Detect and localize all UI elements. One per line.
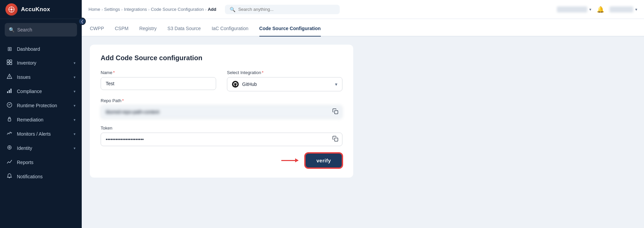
notifications-icon [6, 173, 13, 180]
tab-s3[interactable]: S3 Data Source [168, 26, 201, 37]
chevron-down-icon: ▾ [74, 61, 76, 65]
sidebar-item-remediation[interactable]: Remediation ▾ [0, 113, 82, 127]
name-input[interactable] [101, 77, 216, 90]
chevron-down-icon: ▾ [74, 146, 76, 151]
svg-rect-19 [335, 138, 338, 141]
sidebar-item-label: Notifications [17, 174, 43, 179]
clipboard-icon[interactable] [332, 136, 338, 143]
github-icon [232, 81, 239, 88]
sidebar-search[interactable]: 🔍 Search [5, 23, 77, 37]
search-icon: 🔍 [9, 27, 15, 32]
clipboard-icon[interactable] [332, 108, 338, 116]
header-search[interactable]: 🔍 [225, 5, 340, 14]
svg-rect-12 [7, 91, 8, 93]
sidebar-item-dashboard[interactable]: ⊞ Dashboard [0, 42, 82, 56]
repo-path-input[interactable] [101, 105, 342, 119]
avatar-blurred [610, 6, 633, 13]
form-row-name-integration: Name* Select Integration* GitHub [101, 70, 342, 91]
avatar-area: ▾ [610, 6, 637, 13]
svg-rect-18 [335, 111, 338, 114]
chevron-down-icon: ▾ [74, 104, 76, 108]
token-wrapper [101, 133, 342, 146]
sidebar-nav: ⊞ Dashboard Inventory ▾ Issues ▾ [0, 41, 82, 228]
arrow-line [281, 160, 298, 161]
sidebar-logo: AccuKnox [0, 0, 82, 19]
sidebar-item-monitors[interactable]: Monitors / Alerts ▾ [0, 127, 82, 141]
sidebar-item-notifications[interactable]: Notifications [0, 169, 82, 184]
chevron-down-icon: ▾ [74, 89, 76, 94]
integration-value: GitHub [242, 82, 257, 87]
verify-button[interactable]: verify [305, 153, 342, 168]
verify-row: verify [101, 153, 342, 168]
chevron-down-icon: ▾ [74, 132, 76, 136]
sidebar: AccuKnox ❮ 🔍 Search ⊞ Dashboard Inventor… [0, 0, 82, 228]
breadcrumb-integrations[interactable]: Integrations [124, 7, 147, 12]
top-header: Home › Settings › Integrations › Code So… [82, 0, 644, 19]
integration-select[interactable]: GitHub ▾ [227, 77, 342, 91]
svg-rect-15 [8, 119, 11, 121]
form-group-token: Token [101, 126, 342, 146]
identity-icon [6, 145, 13, 152]
search-icon: 🔍 [230, 7, 235, 12]
tabs-bar: CWPP CSPM Registry S3 Data Source IaC Co… [82, 19, 644, 37]
sidebar-item-label: Issues [17, 74, 30, 80]
breadcrumb-home[interactable]: Home [88, 7, 100, 12]
chevron-down-icon[interactable]: ▾ [589, 7, 591, 12]
header-right: ▾ 🔔 ▾ [557, 6, 637, 13]
svg-point-11 [9, 77, 9, 78]
sidebar-item-label: Reports [17, 160, 33, 165]
tab-cspm[interactable]: CSPM [115, 26, 128, 37]
form-card: Add Code Source configuration Name* Sele… [90, 45, 353, 178]
search-input[interactable] [238, 7, 335, 12]
chevron-down-icon[interactable]: ▾ [635, 7, 637, 12]
tab-iac[interactable]: IaC Configuration [212, 26, 249, 37]
sidebar-item-label: Identity [17, 145, 32, 151]
compliance-icon [6, 88, 13, 95]
svg-point-17 [9, 147, 10, 148]
runtime-icon [6, 102, 13, 109]
integration-select-display[interactable]: GitHub ▾ [227, 77, 342, 91]
issues-icon [6, 74, 13, 81]
sidebar-item-issues[interactable]: Issues ▾ [0, 70, 82, 84]
svg-rect-8 [7, 63, 9, 65]
arrow-indicator [281, 160, 298, 161]
tab-code-source[interactable]: Code Source Configuration [259, 26, 321, 37]
inventory-icon [6, 60, 13, 66]
sidebar-collapse-button[interactable]: ❮ [78, 18, 86, 25]
token-label: Token [101, 126, 342, 131]
dashboard-icon: ⊞ [6, 46, 13, 52]
integration-label: Select Integration* [227, 70, 342, 75]
breadcrumb-code-source[interactable]: Code Source Configuration [151, 7, 204, 12]
reports-icon [6, 159, 13, 166]
main-area: Home › Settings › Integrations › Code So… [82, 0, 644, 228]
breadcrumb-settings[interactable]: Settings [104, 7, 120, 12]
form-group-integration: Select Integration* GitHub ▾ [227, 70, 342, 91]
bell-icon[interactable]: 🔔 [597, 6, 604, 13]
chevron-down-icon: ▾ [74, 118, 76, 122]
form-title: Add Code Source configuration [101, 54, 342, 62]
svg-rect-14 [10, 89, 11, 93]
monitors-icon [6, 131, 13, 137]
content-area: Add Code Source configuration Name* Sele… [82, 37, 644, 228]
sidebar-item-runtime[interactable]: Runtime Protection ▾ [0, 98, 82, 113]
tab-registry[interactable]: Registry [139, 26, 156, 37]
svg-rect-9 [10, 63, 12, 65]
sidebar-item-label: Dashboard [17, 46, 40, 52]
svg-point-1 [10, 8, 12, 10]
sidebar-item-label: Remediation [17, 117, 44, 122]
svg-point-16 [8, 146, 11, 150]
sidebar-item-inventory[interactable]: Inventory ▾ [0, 56, 82, 70]
sidebar-item-compliance[interactable]: Compliance ▾ [0, 84, 82, 98]
sidebar-search-label: Search [17, 27, 32, 32]
logo-text: AccuKnox [21, 6, 50, 13]
token-input[interactable] [101, 133, 342, 146]
breadcrumb-add: Add [208, 7, 216, 12]
form-group-repo: Repo Path* [101, 98, 342, 119]
name-label: Name* [101, 70, 216, 75]
tab-cwpp[interactable]: CWPP [90, 26, 104, 37]
sidebar-item-reports[interactable]: Reports [0, 155, 82, 169]
svg-rect-7 [10, 60, 12, 62]
sidebar-item-identity[interactable]: Identity ▾ [0, 141, 82, 155]
sidebar-item-label: Runtime Protection [17, 103, 57, 108]
sidebar-item-label: Monitors / Alerts [17, 131, 51, 137]
